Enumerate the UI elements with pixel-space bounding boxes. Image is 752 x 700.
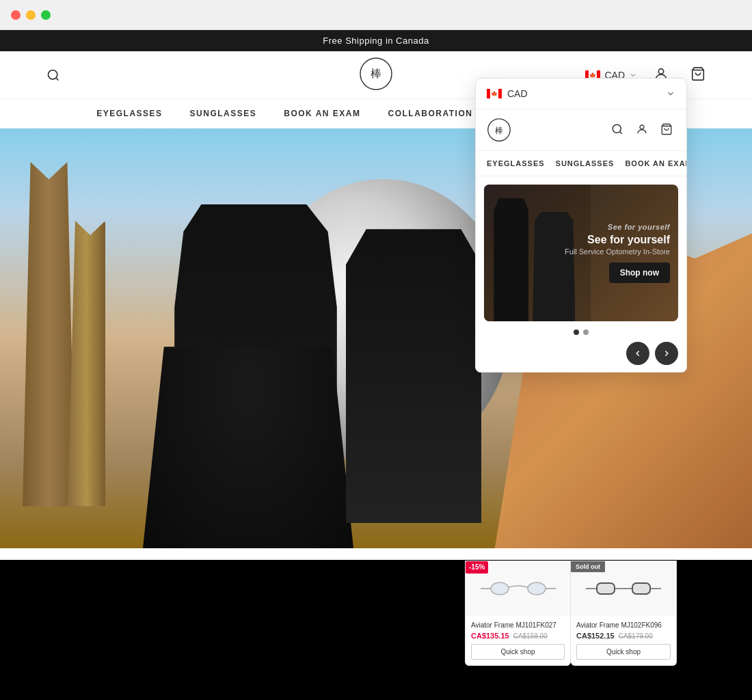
promo-card: See for yourself See for yourself Full S… xyxy=(484,185,678,321)
dropdown-flag-icon: 🍁 xyxy=(487,89,502,98)
dropdown-cart-icon xyxy=(660,123,673,135)
product-prices-2: CA$152.15 CA$179.00 xyxy=(576,632,671,640)
browser-dot-green[interactable] xyxy=(41,10,51,20)
logo-wrapper[interactable]: 棒 xyxy=(359,57,393,94)
sold-out-badge-2: Sold out xyxy=(571,561,605,572)
chevron-right-icon xyxy=(662,349,671,358)
product-image-1: -15% xyxy=(466,561,570,616)
rock-pillar-left xyxy=(23,162,75,506)
promo-title: See for yourself xyxy=(565,234,670,246)
dropdown-currency-left: 🍁 CAD xyxy=(487,88,528,99)
svg-point-16 xyxy=(613,124,621,133)
nav-book-exam[interactable]: BOOK AN EXAM xyxy=(284,109,360,118)
svg-point-0 xyxy=(49,70,57,79)
product-card-1: -15% Aviator Frame MJ101FK027 CA$135.15 … xyxy=(465,561,571,666)
carousel-arrows xyxy=(476,338,686,372)
carousel-dot-2[interactable] xyxy=(583,329,589,335)
nav-eyeglasses[interactable]: EYEGLASSES xyxy=(96,109,162,118)
brand-logo: 棒 xyxy=(359,57,393,91)
product-name-2: Aviator Frame MJ102FK096 xyxy=(576,621,671,629)
person-figure-right xyxy=(346,229,481,523)
announcement-text: Free Shipping in Canada xyxy=(323,36,429,46)
svg-rect-11 xyxy=(487,89,490,98)
dropdown-icon-row xyxy=(608,120,675,140)
product-name-1: Aviator Frame MJ101FK027 xyxy=(471,621,565,629)
product-card-body-1: Aviator Frame MJ101FK027 CA$135.15 CA$15… xyxy=(466,616,570,665)
product-glasses-2 xyxy=(586,575,661,602)
dropdown-account-icon xyxy=(636,123,648,135)
cart-button[interactable] xyxy=(685,61,711,89)
header-left xyxy=(41,63,66,88)
dropdown-nav-book-exam[interactable]: BOOK AN EXAM xyxy=(619,151,687,176)
product-cards-section: -15% Aviator Frame MJ101FK027 CA$135.15 … xyxy=(465,561,677,666)
product-card-body-2: Aviator Frame MJ102FK096 CA$152.15 CA$17… xyxy=(571,616,676,665)
svg-point-18 xyxy=(640,125,644,129)
product-price-original-2: CA$179.00 xyxy=(619,632,653,640)
announcement-bar: Free Shipping in Canada xyxy=(0,30,752,51)
dropdown-brand-logo[interactable]: 棒 xyxy=(487,118,511,142)
browser-chrome xyxy=(0,0,752,30)
dropdown-nav-row: EYEGLASSES SUNGLASSES BOOK AN EXAM CO... xyxy=(476,151,686,176)
carousel-next-button[interactable] xyxy=(655,342,678,365)
carousel-dots xyxy=(476,329,686,338)
dropdown-nav-eyeglasses[interactable]: EYEGLASSES xyxy=(481,151,550,176)
svg-text:棒: 棒 xyxy=(371,68,381,79)
promo-subtitle: See for yourself xyxy=(565,223,670,231)
product-card-2: Sold out Aviator Frame MJ102FK096 CA$152… xyxy=(571,561,677,666)
chevron-left-icon xyxy=(633,349,643,358)
dropdown-chevron-icon xyxy=(666,89,675,98)
quick-shop-button-2[interactable]: Quick shop xyxy=(576,644,671,660)
product-price-current-2: CA$152.15 xyxy=(576,632,615,640)
search-button[interactable] xyxy=(41,63,66,88)
promo-text-block: See for yourself See for yourself Full S… xyxy=(565,223,670,283)
svg-point-8 xyxy=(658,69,663,74)
svg-rect-27 xyxy=(597,583,615,594)
svg-text:棒: 棒 xyxy=(495,126,503,135)
currency-dropdown: 🍁 CAD 棒 xyxy=(475,78,687,373)
sale-badge-1: -15% xyxy=(466,561,488,574)
dropdown-account-button[interactable] xyxy=(633,120,651,140)
dropdown-currency-selector[interactable]: 🍁 CAD xyxy=(476,79,686,109)
product-price-original-1: CA$159.00 xyxy=(513,632,548,640)
woman-skirt xyxy=(143,347,353,548)
shop-now-button[interactable]: Shop now xyxy=(609,262,670,283)
svg-rect-28 xyxy=(632,583,650,594)
dropdown-logo-row: 棒 xyxy=(476,109,686,151)
quick-shop-button-1[interactable]: Quick shop xyxy=(471,644,565,660)
dropdown-search-icon xyxy=(611,123,623,135)
svg-text:🍁: 🍁 xyxy=(491,90,498,97)
svg-text:🍁: 🍁 xyxy=(589,72,596,79)
carousel-prev-button[interactable] xyxy=(626,342,649,365)
dropdown-search-button[interactable] xyxy=(608,120,626,140)
dropdown-currency-label: CAD xyxy=(507,88,528,99)
browser-dot-yellow[interactable] xyxy=(26,10,36,20)
svg-rect-12 xyxy=(498,89,502,98)
cart-icon xyxy=(690,66,706,81)
svg-point-24 xyxy=(528,582,546,595)
product-glasses-1 xyxy=(481,575,556,602)
carousel-dot-1[interactable] xyxy=(574,329,579,335)
svg-line-17 xyxy=(619,131,621,133)
dropdown-nav-sunglasses[interactable]: SUNGLASSES xyxy=(550,151,620,176)
nav-collaboration[interactable]: COLLABORATION xyxy=(388,109,473,118)
dropdown-cart-button[interactable] xyxy=(658,120,675,140)
nav-sunglasses[interactable]: SUNGLASSES xyxy=(190,109,257,118)
product-image-2: Sold out xyxy=(571,561,676,616)
svg-point-22 xyxy=(491,582,509,595)
promo-person1 xyxy=(494,198,528,321)
svg-line-1 xyxy=(56,77,59,80)
browser-dot-red[interactable] xyxy=(11,10,21,20)
product-price-current-1: CA$135.15 xyxy=(471,632,509,640)
promo-description: Full Service Optometry In-Store xyxy=(565,247,670,256)
search-icon xyxy=(46,68,60,82)
product-prices-1: CA$135.15 CA$159.00 xyxy=(471,632,565,640)
